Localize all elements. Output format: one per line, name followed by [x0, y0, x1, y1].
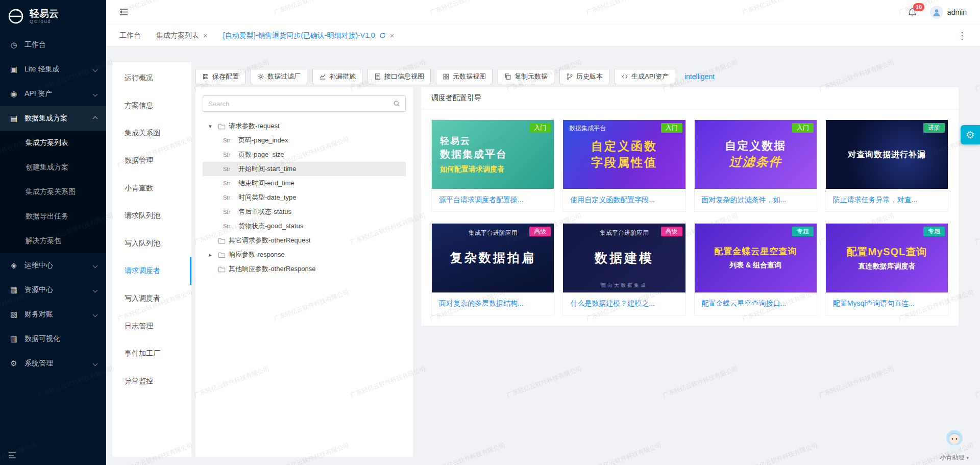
sidebar-subitem-label: 集成方案关系图	[26, 187, 76, 197]
interface-info-view-button[interactable]: 接口信息视图	[368, 69, 431, 84]
subnav-item-write-scheduler[interactable]: 写入调度者	[112, 285, 191, 312]
subnav-item-data-management[interactable]: 数据管理	[112, 147, 191, 175]
subnav-label: 运行概况	[125, 74, 153, 83]
tab-workbench[interactable]: 工作台	[119, 31, 141, 40]
sidebar-item-lite-integration[interactable]: ▣ Lite 轻集成	[0, 57, 106, 82]
intelligent-link[interactable]: intelligent	[684, 72, 715, 81]
metadata-grid-icon	[443, 73, 450, 80]
subnav-item-log-management[interactable]: 日志管理	[112, 312, 191, 340]
thumb-text: 自定义数据	[725, 138, 786, 154]
copy-metadata-button[interactable]: 复制元数据	[498, 69, 554, 84]
tree-node-page-size[interactable]: Str 页数-page_size	[203, 148, 406, 162]
api-code-icon	[621, 73, 628, 80]
tree-node-request-params[interactable]: ▾ 请求参数-request	[203, 119, 406, 133]
history-version-button[interactable]: 历史版本	[559, 69, 609, 84]
card-title-link[interactable]: 配置金蝶云星空查询接口...	[695, 292, 817, 315]
sidebar-subitem-solution-pack[interactable]: 解决方案包	[0, 229, 106, 253]
sidebar-item-ops-center[interactable]: ◈ 运维中心	[0, 253, 106, 278]
subnav-label: 异常监控	[125, 377, 153, 386]
copy-icon	[504, 73, 511, 80]
sidebar-subitem-scheme-relation-graph[interactable]: 集成方案关系图	[0, 180, 106, 204]
tree-node-response[interactable]: ▸ 响应参数-response	[203, 248, 406, 262]
metadata-view-button[interactable]: 元数据视图	[436, 69, 493, 84]
tree-node-start-time[interactable]: Str 开始时间-start_time	[203, 162, 406, 176]
menu-fold-icon[interactable]	[119, 8, 128, 16]
card-title-link[interactable]: 面对复杂的过滤条件，如...	[695, 189, 817, 211]
guide-card[interactable]: 专题 配置金蝶云星空查询 列表 & 组合查询 配置金蝶云星空查询接口...	[694, 223, 817, 315]
card-title-link[interactable]: 面对复杂的多层数据结构...	[432, 292, 554, 315]
guide-card[interactable]: 专题 配置MySQL查询 直连数据库调度者 配置Mysql查询语句直连...	[825, 223, 948, 315]
parameter-tree-panel: ▾ 请求参数-request Str 页码-page_index Str 页数-…	[195, 87, 413, 457]
guide-card[interactable]: 高级 集成平台进阶应用 复杂数据拍扁 面对复杂的多层数据结构...	[431, 223, 554, 315]
sidebar-item-resource-center[interactable]: ▦ 资源中心	[0, 278, 106, 302]
chevron-down-icon[interactable]: ▾	[966, 455, 969, 460]
sidebar-item-data-visualization[interactable]: ▥ 数据可视化	[0, 327, 106, 351]
card-title-link[interactable]: 配置Mysql查询语句直连...	[826, 292, 948, 315]
guide-card[interactable]: 入门 自定义数据 过滤条件 面对复杂的过滤条件，如...	[694, 119, 817, 212]
tab-scheme-list[interactable]: 集成方案列表 ×	[156, 31, 208, 40]
tree-expand-icon[interactable]: ▾	[206, 123, 215, 130]
assistant-avatar[interactable]	[943, 428, 966, 453]
subnav-item-xiaoqing-query[interactable]: 小青查数	[112, 175, 191, 202]
api-icon: ◉	[9, 89, 18, 99]
tree-node-label: 页数-page_size	[238, 150, 284, 159]
more-menu-icon[interactable]: ⋮	[958, 30, 967, 41]
sidebar-item-workbench[interactable]: ◷ 工作台	[0, 33, 106, 57]
sidebar: 轻易云 QCloud ◷ 工作台 ▣ Lite 轻集成 ◉ API 资产 ▤ 数…	[0, 0, 106, 465]
tree-node-other-response[interactable]: 其他响应参数-otherResponse	[203, 262, 406, 276]
subnav-item-event-factory[interactable]: 事件加工厂	[112, 340, 191, 368]
subnav-item-request-scheduler[interactable]: 请求调度者	[112, 257, 191, 285]
refresh-icon[interactable]	[379, 32, 386, 39]
save-config-button[interactable]: 保存配置	[195, 69, 246, 84]
search-input[interactable]	[203, 100, 388, 108]
notification-bell-icon[interactable]: 10	[908, 8, 917, 17]
chevron-down-icon	[93, 67, 98, 72]
close-icon[interactable]: ×	[390, 32, 395, 39]
tree-node-end-time[interactable]: Str 结束时间-end_time	[203, 176, 406, 190]
card-title-link[interactable]: 防止请求任务异常，对查...	[826, 189, 948, 211]
subnav-item-overview[interactable]: 运行概况	[112, 64, 191, 92]
card-thumbnail: 高级 集成平台进阶应用 数据建模 面向大数据集成	[563, 224, 685, 292]
close-icon[interactable]: ×	[203, 32, 208, 39]
brand-logo-area[interactable]: 轻易云 QCloud	[0, 0, 106, 33]
data-filter-button[interactable]: 数据过滤厂	[251, 69, 307, 84]
user-menu[interactable]: admin	[930, 6, 967, 19]
subnav-label: 写入队列池	[125, 239, 160, 248]
guide-card[interactable]: 入门 数据集成平台 自定义函数 字段属性值 使用自定义函数配置字段...	[562, 119, 685, 212]
card-title-link[interactable]: 使用自定义函数配置字段...	[563, 189, 685, 211]
tree-node-status[interactable]: Str 售后单状态-status	[203, 205, 406, 219]
sidebar-item-finance-reconciliation[interactable]: ▧ 财务对账	[0, 302, 106, 327]
guide-card[interactable]: 高级 集成平台进阶应用 数据建模 面向大数据集成 什么是数据建模？建模之...	[562, 223, 685, 315]
generate-api-asset-button[interactable]: 生成API资产	[615, 69, 675, 84]
tab-current-scheme[interactable]: [自动爱梨]-销售退货同步(已确认-明细对接)-V1.0 ×	[223, 31, 395, 40]
settings-fab-gear-icon[interactable]: ⚙	[961, 125, 980, 144]
brand-name: 轻易云	[30, 9, 59, 19]
guide-card[interactable]: 进阶 对查询数据进行补漏 防止请求任务异常，对查...	[825, 119, 948, 212]
leak-fix-button[interactable]: 补漏措施	[312, 69, 362, 84]
subnav-item-request-queue[interactable]: 请求队列池	[112, 202, 191, 230]
guide-card[interactable]: 入门 轻易云 数据集成平台 如何配置请求调度者 源平台请求调度者配置操...	[431, 119, 554, 212]
tree-node-date-type[interactable]: Str 时间类型-date_type	[203, 190, 406, 205]
search-icon[interactable]	[388, 100, 405, 107]
tree-node-good-status[interactable]: Str 货物状态-good_status	[203, 219, 406, 233]
tree-collapse-icon[interactable]: ▸	[206, 252, 215, 258]
assistant-widget[interactable]: 小青助理 ▾	[940, 428, 969, 462]
subnav-item-write-queue[interactable]: 写入队列池	[112, 230, 191, 257]
subnav-item-exception-monitor[interactable]: 异常监控	[112, 368, 191, 395]
tree-node-other-request[interactable]: 其它请求参数-otherRequest	[203, 233, 406, 248]
card-title-link[interactable]: 什么是数据建模？建模之...	[563, 292, 685, 315]
subnav-item-relation-graph[interactable]: 集成关系图	[112, 119, 191, 147]
sidebar-subitem-scheme-list[interactable]: 集成方案列表	[0, 131, 106, 155]
level-badge: 专题	[923, 227, 945, 236]
sidebar-item-data-integration[interactable]: ▤ 数据集成方案	[0, 106, 106, 131]
sidebar-item-api-assets[interactable]: ◉ API 资产	[0, 82, 106, 106]
tree-node-label: 时间类型-date_type	[238, 193, 296, 202]
sidebar-subitem-data-export-task[interactable]: 数据导出任务	[0, 204, 106, 229]
tree-node-page-index[interactable]: Str 页码-page_index	[203, 133, 406, 148]
sidebar-item-system-management[interactable]: ⚙ 系统管理	[0, 351, 106, 376]
sidebar-collapse-icon[interactable]	[8, 452, 16, 459]
sidebar-subitem-create-scheme[interactable]: 创建集成方案	[0, 155, 106, 180]
card-title-link[interactable]: 源平台请求调度者配置操...	[432, 189, 554, 211]
folder-icon	[218, 237, 226, 244]
subnav-item-scheme-info[interactable]: 方案信息	[112, 92, 191, 119]
